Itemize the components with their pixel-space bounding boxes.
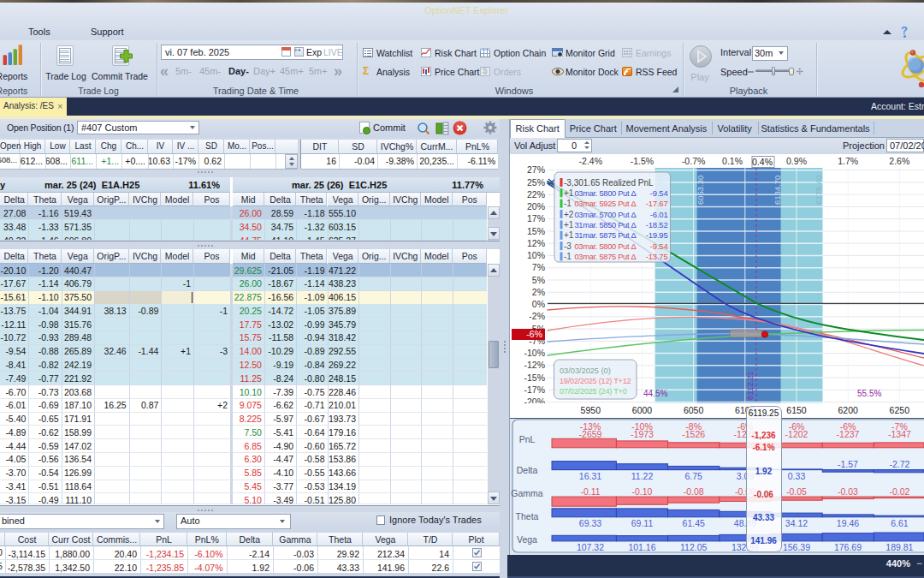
svg-text:-2%: -2% xyxy=(529,311,545,321)
svg-text:12%: 12% xyxy=(527,238,545,248)
svg-text:-0.11: -0.11 xyxy=(580,486,600,497)
svg-text:101.16: 101.16 xyxy=(628,542,655,552)
svg-text:+1: +1 xyxy=(564,188,574,198)
svg-text:-15%: -15% xyxy=(524,372,545,383)
svg-text:34.12: 34.12 xyxy=(785,518,808,528)
svg-text:Vega: Vega xyxy=(517,534,537,545)
svg-text:Delta: Delta xyxy=(517,465,538,475)
svg-text:7%: 7% xyxy=(532,262,545,272)
svg-text:6134.70: 6134.70 xyxy=(773,176,782,205)
svg-text:2.6%: 2.6% xyxy=(889,156,909,166)
svg-text:61.45: 61.45 xyxy=(683,518,705,528)
svg-text:6112.21: 6112.21 xyxy=(745,371,755,400)
svg-text:03mar. 5700 Put Δ: 03mar. 5700 Put Δ xyxy=(575,211,637,219)
svg-text:31mar. 5875 Put Δ: 31mar. 5875 Put Δ xyxy=(575,231,637,240)
svg-text:31mar. 5850 Put Δ: 31mar. 5850 Put Δ xyxy=(575,221,637,229)
svg-text:0.1%: 0.1% xyxy=(722,156,743,166)
svg-text:107.32: 107.32 xyxy=(577,542,604,552)
svg-text:-1347: -1347 xyxy=(888,429,911,439)
svg-text:03mar. 5875 Put Δ: 03mar. 5875 Put Δ xyxy=(575,253,637,261)
svg-text:11.22: 11.22 xyxy=(631,471,654,481)
svg-text:0.4%: 0.4% xyxy=(752,157,773,167)
svg-text:176.69: 176.69 xyxy=(834,542,862,552)
svg-text:6053.30: 6053.30 xyxy=(696,176,705,205)
svg-text:-1526: -1526 xyxy=(682,429,705,439)
svg-text:-2.72: -2.72 xyxy=(889,459,909,469)
svg-text:03mar. 5800 Put Δ: 03mar. 5800 Put Δ xyxy=(575,242,637,251)
svg-text:1.7%: 1.7% xyxy=(838,156,858,166)
svg-text:03/03/2025 (0): 03/03/2025 (0) xyxy=(560,366,611,375)
svg-text:69.33: 69.33 xyxy=(579,518,601,528)
svg-text:-6.01: -6.01 xyxy=(650,210,668,219)
svg-text:+1: +1 xyxy=(564,220,574,229)
svg-text:+1: +1 xyxy=(564,230,574,240)
svg-text:10%: 10% xyxy=(527,250,545,260)
svg-text:16.31: 16.31 xyxy=(579,471,601,481)
svg-text:-1: -1 xyxy=(564,199,572,208)
svg-text:5%: 5% xyxy=(532,275,545,285)
svg-text:-12%: -12% xyxy=(524,360,545,370)
svg-text:22%: 22% xyxy=(527,189,545,200)
svg-text:PnL: PnL xyxy=(519,434,536,444)
svg-text:03mar. 5800 Put Δ: 03mar. 5800 Put Δ xyxy=(575,189,637,198)
svg-text:-0.10: -0.10 xyxy=(632,486,653,497)
svg-text:+2: +2 xyxy=(564,210,574,219)
svg-text:19/02/2025 (12) T+12: 19/02/2025 (12) T+12 xyxy=(560,377,631,385)
svg-text:-1237: -1237 xyxy=(837,429,860,439)
svg-text:-1202: -1202 xyxy=(785,429,808,439)
svg-text:-2.4%: -2.4% xyxy=(579,156,602,166)
svg-text:-1.5%: -1.5% xyxy=(631,156,654,166)
svg-text:-17.67: -17.67 xyxy=(646,199,668,208)
svg-text:0.9%: 0.9% xyxy=(786,156,807,166)
svg-text:6.61: 6.61 xyxy=(891,518,909,528)
svg-text:-17%: -17% xyxy=(524,384,545,395)
svg-text:03mar. 5925 Put Δ: 03mar. 5925 Put Δ xyxy=(575,200,637,208)
svg-text:69.11: 69.11 xyxy=(631,518,654,528)
svg-text:-2659: -2659 xyxy=(579,429,602,439)
svg-text:-0.02: -0.02 xyxy=(889,486,909,497)
svg-text:17%: 17% xyxy=(527,213,545,223)
svg-text:-0.7%: -0.7% xyxy=(682,156,705,166)
svg-text:6175.40: 6175.40 xyxy=(814,176,823,205)
svg-text:6.75: 6.75 xyxy=(684,471,702,481)
svg-text:44.5%: 44.5% xyxy=(643,389,667,398)
svg-text:27%: 27% xyxy=(527,164,545,175)
svg-text:-6%: -6% xyxy=(526,329,542,339)
svg-text:-9.54: -9.54 xyxy=(650,241,668,251)
svg-text:-1973: -1973 xyxy=(631,429,654,439)
svg-text:-1: -1 xyxy=(564,252,572,261)
svg-text:-3: -3 xyxy=(564,241,572,251)
svg-text:Theta: Theta xyxy=(516,511,539,521)
svg-text:-18.52: -18.52 xyxy=(646,220,668,229)
svg-text:-3,301.65 Realized PnL: -3,301.65 Realized PnL xyxy=(564,178,654,188)
svg-text:19.46: 19.46 xyxy=(837,518,859,528)
svg-text:189.81: 189.81 xyxy=(886,542,913,552)
svg-text:-13.75: -13.75 xyxy=(646,252,668,261)
svg-text:20%: 20% xyxy=(527,201,545,212)
svg-text:Gamma: Gamma xyxy=(511,488,543,498)
svg-text:25%: 25% xyxy=(527,177,545,188)
svg-text:-0.08: -0.08 xyxy=(684,486,704,497)
svg-text:-10%: -10% xyxy=(524,348,545,358)
svg-text:07/02/2025 (24) T+0: 07/02/2025 (24) T+0 xyxy=(560,387,627,396)
svg-text:-1.57: -1.57 xyxy=(838,459,858,469)
svg-text:112.05: 112.05 xyxy=(680,542,707,552)
svg-text:15%: 15% xyxy=(527,226,545,236)
svg-text:-0.05: -0.05 xyxy=(786,486,807,497)
svg-text:-0.03: -0.03 xyxy=(838,486,858,497)
svg-text:0%: 0% xyxy=(532,299,545,309)
svg-text:-19.95: -19.95 xyxy=(646,230,668,240)
svg-text:2%: 2% xyxy=(532,287,545,297)
svg-text:156.39: 156.39 xyxy=(783,542,810,552)
svg-text:-9.54: -9.54 xyxy=(650,188,668,198)
svg-text:0.33: 0.33 xyxy=(788,471,806,481)
svg-text:55.5%: 55.5% xyxy=(857,389,881,398)
